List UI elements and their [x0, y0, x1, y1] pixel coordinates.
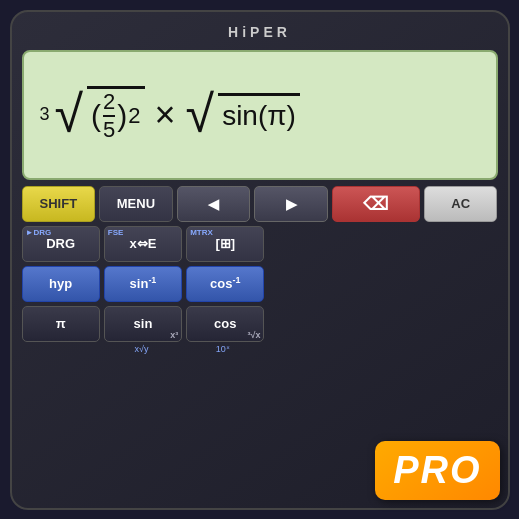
display-screen: 3 √ ( 2 5 ) 2 × √ sin: [22, 50, 498, 180]
arrow-right-button[interactable]: ▶: [254, 186, 328, 222]
fraction-2-5: 2 5: [103, 89, 115, 144]
sub-xsqrty2: x√y: [103, 344, 180, 362]
button-row-5-subs: x√y 10ˣ: [22, 344, 498, 362]
radical-symbol-1: √: [55, 92, 84, 136]
drg-button[interactable]: ►DRG DRG: [22, 226, 100, 262]
sin-button[interactable]: sin x³: [104, 306, 182, 342]
shift-button[interactable]: SHIFT: [22, 186, 96, 222]
button-row-1: SHIFT MENU ◀ ▶ ⌫ AC: [22, 186, 498, 222]
radical-symbol-2: √: [186, 92, 215, 136]
times-symbol: ×: [155, 94, 176, 136]
pro-spacer: [268, 226, 497, 262]
radical-content-1: ( 2 5 ) 2: [87, 86, 145, 144]
calculator: HiPER 3 √ ( 2 5 ) 2 ×: [10, 10, 510, 510]
pro-spacer-2: [268, 266, 497, 302]
hyp-button[interactable]: hyp: [22, 266, 100, 302]
menu-button[interactable]: MENU: [99, 186, 173, 222]
pro-label: PRO: [393, 449, 481, 491]
button-row-2: ►DRG DRG FSE x⇔E MTRX [⊞]: [22, 226, 498, 262]
matrix-button[interactable]: MTRX [⊞]: [186, 226, 264, 262]
button-row-3: hyp sin-1 cos-1: [22, 266, 498, 302]
backspace-button[interactable]: ⌫: [332, 186, 420, 222]
ac-button[interactable]: AC: [424, 186, 498, 222]
sin-pi-expr: sin(π): [222, 100, 296, 132]
sin-inv-button[interactable]: sin-1: [104, 266, 182, 302]
backspace-icon: ⌫: [363, 193, 388, 215]
pro-spacer-3: [268, 306, 497, 342]
radical-content-2: sin(π): [218, 93, 300, 137]
sub-10x: 10ˣ: [184, 344, 261, 362]
cos-button[interactable]: cos ³√x: [186, 306, 264, 342]
app-title: HiPER: [22, 22, 498, 44]
pro-banner: PRO: [375, 441, 499, 500]
root-index-3: 3: [40, 104, 50, 125]
pi-button[interactable]: π: [22, 306, 100, 342]
cos-inv-button[interactable]: cos-1: [186, 266, 264, 302]
sub-xsqrty: [22, 344, 99, 362]
arrow-left-button[interactable]: ◀: [177, 186, 251, 222]
display-expression: 3 √ ( 2 5 ) 2 × √ sin: [40, 86, 300, 144]
xE-button[interactable]: FSE x⇔E: [104, 226, 182, 262]
button-row-4: π sin x³ cos ³√x: [22, 306, 498, 342]
